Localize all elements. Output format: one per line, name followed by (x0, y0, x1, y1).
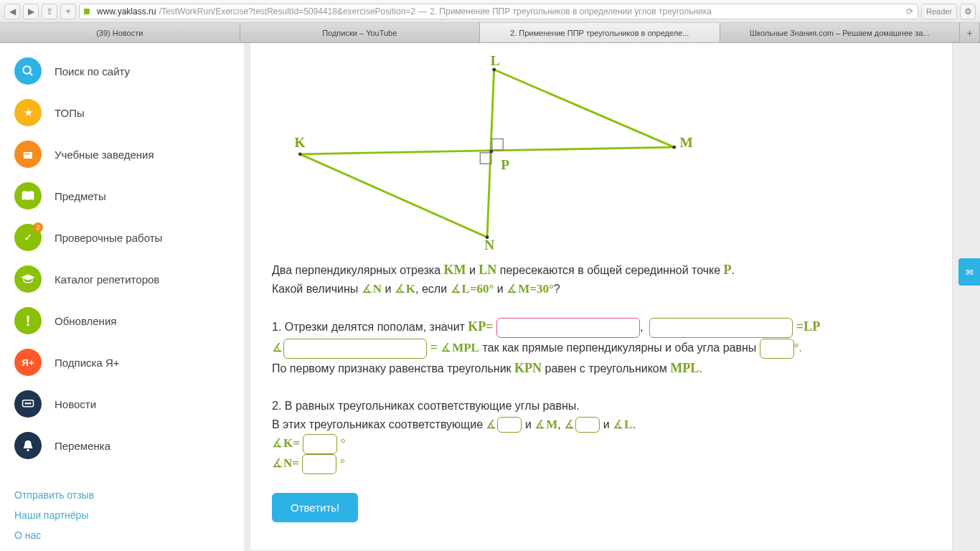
lp-eq: =LP (796, 319, 820, 334)
svg-point-17 (672, 146, 676, 149)
sidebar-item-tutors[interactable]: Каталог репетиторов (0, 258, 244, 300)
address-bar[interactable]: www.yaklass.ru/TestWorkRun/Exercise?test… (79, 4, 918, 19)
exercise-card: K L M N P Два перпендикулярных отрезка K… (250, 43, 953, 551)
input-k[interactable] (303, 434, 337, 454)
var-km: KM (444, 263, 466, 277)
tab-2[interactable]: 2. Применение ППР треугольников в опреде… (480, 23, 720, 42)
sidebar-item-search[interactable]: Поиск по сайту (0, 50, 244, 92)
footer-link-feedback[interactable]: Отправить отзыв (14, 489, 230, 501)
forward-button[interactable]: ▶ (23, 4, 39, 19)
svg-rect-3 (25, 154, 27, 155)
sidebar-item-label: Новости (55, 398, 96, 410)
angle-l: L (613, 418, 632, 431)
svg-point-18 (492, 68, 496, 72)
svg-line-13 (494, 70, 674, 147)
check-icon: ✓2 (14, 224, 42, 251)
angle-n: N (362, 282, 382, 296)
sidebar-item-label: Переменка (55, 440, 110, 452)
geometry-diagram: K L M N P (272, 50, 702, 251)
bell-icon (14, 432, 42, 459)
footer-link-about[interactable]: О нас (14, 529, 230, 541)
share-button[interactable]: ⇪ (42, 4, 57, 19)
url-title: 2. Применение ППР треугольников в опреде… (430, 6, 712, 17)
sidebar-links: Отправить отзыв Наши партнёры О нас Архи… (0, 481, 244, 551)
reader-button[interactable]: Reader (921, 4, 957, 19)
sidebar-item-label: Проверочные работы (55, 232, 162, 244)
reload-icon[interactable]: ⟳ (906, 6, 913, 17)
sidebar-item-schools[interactable]: Учебные заведения (0, 133, 244, 175)
footer-link-partners[interactable]: Наши партнёры (14, 509, 230, 521)
sidebar-item-label: Обновления (55, 315, 116, 327)
tri-mpl: MPL (670, 361, 699, 375)
browser-toolbar: ◀ ▶ ⇪ + www.yaklass.ru/TestWorkRun/Exerc… (0, 0, 980, 23)
angle-k: K (395, 282, 415, 296)
angle-mpl: MPL (440, 341, 479, 354)
answer-button[interactable]: Ответить! (272, 493, 358, 522)
angle-l-eq: L=60° (451, 282, 494, 296)
badge: 2 (33, 222, 43, 232)
chat-icon (14, 390, 42, 418)
sidebar-item-news[interactable]: Новости (0, 383, 244, 425)
sidebar-item-updates[interactable]: !Обновления (0, 300, 244, 342)
svg-rect-2 (24, 152, 32, 159)
svg-point-20 (489, 150, 493, 154)
url-host: www.yaklass.ru (97, 6, 156, 17)
excl-icon: ! (14, 307, 42, 334)
svg-point-6 (25, 403, 27, 405)
tab-1[interactable]: Подписки – YouTube (240, 23, 481, 42)
var-p: P (724, 263, 732, 277)
kp-eq: KP= (468, 319, 493, 334)
sidebar-item-label: Поиск по сайту (55, 65, 130, 77)
sidebar-item-break[interactable]: Переменка (0, 425, 244, 466)
book-icon (14, 182, 42, 209)
yaplus-icon: Я+ (14, 349, 42, 376)
svg-rect-4 (27, 154, 29, 155)
angle-blank (272, 341, 283, 354)
url-path: /TestWorkRun/Exercise?testResultId=50944… (159, 6, 415, 17)
sidebar-item-label: ТОПы (55, 107, 85, 119)
tabs-row: (39) Новости Подписки – YouTube 2. Приме… (0, 23, 980, 43)
input-90[interactable] (760, 339, 794, 359)
new-tab-button[interactable]: + (960, 23, 980, 42)
sidebar-item-label: Предметы (55, 190, 106, 202)
angle-n-eq: N= (272, 456, 299, 470)
angle-m: M (534, 418, 557, 431)
svg-text:P: P (501, 157, 509, 172)
grad-icon (14, 265, 42, 293)
sidebar-item-label: Подписка Я+ (55, 357, 120, 369)
input-corr1[interactable] (497, 417, 522, 433)
sidebar-item-tops[interactable]: ★ТОПы (0, 92, 244, 133)
input-lp[interactable] (649, 318, 793, 338)
angle-k-eq: K= (272, 436, 300, 450)
back-button[interactable]: ◀ (4, 4, 20, 19)
settings-icon[interactable]: ⚙ (960, 4, 976, 19)
svg-text:K: K (295, 135, 306, 150)
var-ln: LN (479, 263, 496, 277)
angle-in2 (564, 418, 575, 431)
url-title-sep: — (418, 6, 427, 17)
content-area: K L M N P Два перпендикулярных отрезка K… (244, 43, 980, 551)
svg-point-9 (27, 449, 29, 451)
input-angle-kpn[interactable] (283, 339, 427, 359)
mail-tab[interactable]: ✉ (958, 258, 980, 286)
svg-point-16 (298, 152, 302, 156)
sidebar: Поиск по сайту ★ТОПы Учебные заведения П… (0, 43, 244, 551)
angle-m-eq: M=30° (507, 282, 554, 296)
tri-kpn: KPN (514, 361, 542, 375)
tab-3[interactable]: Школьные Знания.com – Решаем домашнее за… (720, 23, 961, 42)
sidebar-item-label: Учебные заведения (55, 149, 154, 161)
input-kp[interactable] (496, 318, 640, 338)
sidebar-item-subjects[interactable]: Предметы (0, 175, 244, 217)
sidebar-item-tests[interactable]: ✓2Проверочные работы (0, 217, 244, 258)
sidebar-item-yaplus[interactable]: Я+Подписка Я+ (0, 342, 244, 383)
svg-line-12 (300, 154, 487, 237)
input-corr2[interactable] (575, 417, 600, 433)
page-body: Поиск по сайту ★ТОПы Учебные заведения П… (0, 43, 980, 551)
tab-0[interactable]: (39) Новости (0, 23, 240, 42)
svg-point-0 (23, 66, 31, 74)
angle-in1 (486, 418, 497, 431)
svg-point-8 (29, 403, 31, 405)
add-button[interactable]: + (60, 4, 76, 19)
svg-line-1 (29, 72, 32, 75)
input-n[interactable] (302, 454, 336, 474)
